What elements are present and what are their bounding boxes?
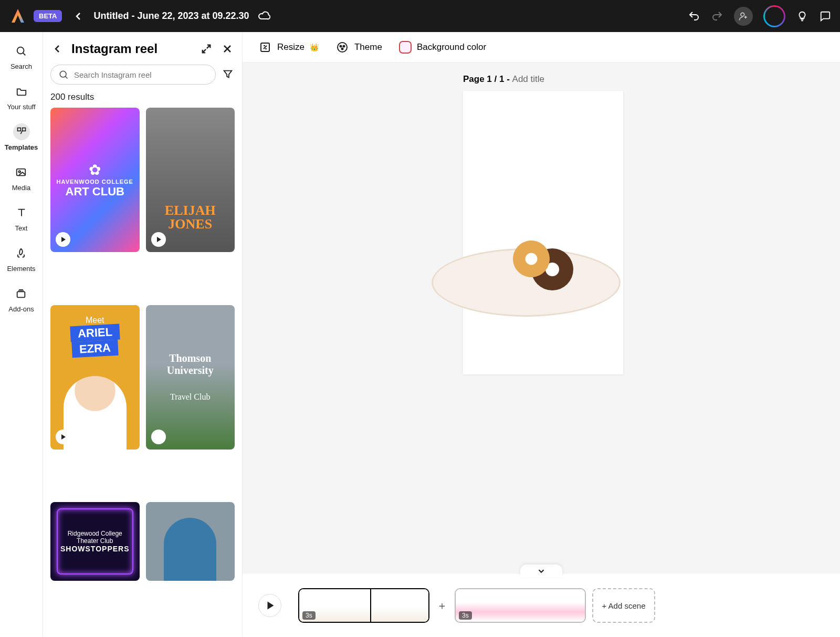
search-icon [13, 43, 29, 59]
text-icon [13, 204, 30, 221]
svg-rect-3 [22, 128, 25, 131]
template-grid: ✿ HAVENWOOD COLLEGE ART CLUB ELIJAH JONE… [50, 108, 235, 628]
playhead[interactable] [370, 588, 371, 623]
template-card[interactable]: ELIJAH JONES [146, 108, 235, 252]
filter-icon[interactable] [222, 68, 235, 81]
undo-icon[interactable] [688, 10, 700, 23]
clip-duration: 3s [459, 611, 472, 620]
templates-icon [13, 123, 30, 140]
timeline-toggle[interactable] [520, 565, 562, 577]
premium-crown-icon: 👑 [310, 43, 319, 51]
beta-badge: BETA [34, 10, 62, 22]
page-label[interactable]: Page 1 / 1 - Add title [463, 74, 840, 85]
svg-point-7 [60, 71, 66, 77]
rail-label: Search [10, 62, 32, 70]
svg-rect-4 [17, 169, 26, 176]
canvas-toolbar: Resize 👑 Theme Background color [243, 32, 840, 62]
clip-duration: 3s [302, 611, 316, 620]
redo-icon[interactable] [711, 10, 723, 23]
play-icon [151, 232, 166, 247]
svg-point-11 [343, 45, 344, 47]
results-count: 200 results [50, 92, 235, 102]
avatar[interactable] [763, 5, 785, 27]
templates-panel: Instagram reel 200 results ✿ HAVENWOOD C… [43, 32, 243, 637]
panel-title: Instagram reel [71, 41, 193, 56]
resize-button[interactable]: Resize 👑 [258, 40, 319, 54]
panel-back-icon[interactable] [50, 41, 65, 56]
timeline-clip[interactable]: 3s [455, 588, 586, 623]
svg-point-12 [341, 48, 343, 49]
rail-label: Elements [7, 265, 35, 273]
play-icon [56, 430, 70, 444]
premium-icon: ✦ [151, 430, 166, 444]
timeline-clip[interactable]: 3s [298, 588, 429, 623]
template-card[interactable]: Thomson University Travel Club ✦ [146, 305, 235, 450]
svg-rect-2 [17, 128, 20, 131]
svg-rect-6 [17, 291, 25, 297]
theme-icon [335, 40, 349, 54]
addons-icon [13, 285, 29, 302]
expand-icon[interactable] [199, 41, 214, 56]
template-card[interactable]: Ridgewood College Theater Club SHOWSTOPP… [50, 502, 140, 581]
svg-point-10 [340, 45, 341, 47]
rail-item-text[interactable]: Text [13, 204, 30, 232]
rail-item-search[interactable]: Search [10, 43, 32, 70]
lightbulb-icon[interactable] [796, 10, 808, 23]
media-icon [13, 164, 29, 181]
svg-point-5 [19, 171, 21, 173]
back-icon[interactable] [72, 10, 85, 23]
canvas-area: Resize 👑 Theme Background color Page 1 /… [243, 32, 840, 637]
rail-label: Add-ons [8, 305, 34, 313]
comment-icon[interactable] [819, 10, 832, 23]
resize-icon [258, 40, 272, 54]
search-input-wrapper[interactable] [50, 65, 216, 85]
elements-icon [13, 245, 29, 262]
left-rail: Search Your stuff Templates Media Text E… [0, 32, 43, 637]
app-logo-icon[interactable] [8, 7, 27, 26]
rail-item-elements[interactable]: Elements [7, 245, 35, 273]
app-header: BETA Untitled - June 22, 2023 at 09.22.3… [0, 0, 840, 32]
template-card[interactable] [146, 502, 235, 581]
play-button[interactable] [258, 594, 281, 617]
template-card[interactable]: Meet ARIEL EZRA [50, 305, 140, 450]
svg-point-9 [338, 43, 347, 52]
search-input[interactable] [74, 70, 208, 79]
close-icon[interactable] [220, 41, 235, 56]
invite-button[interactable] [734, 7, 753, 26]
rail-label: Media [12, 184, 30, 192]
svg-point-1 [17, 47, 24, 54]
theme-button[interactable]: Theme [335, 40, 382, 54]
color-swatch-icon [399, 41, 412, 54]
rail-item-media[interactable]: Media [12, 164, 30, 192]
template-card[interactable]: ✿ HAVENWOOD COLLEGE ART CLUB [50, 108, 140, 252]
svg-point-0 [741, 13, 744, 16]
document-title[interactable]: Untitled - June 22, 2023 at 09.22.30 [93, 11, 249, 22]
rail-item-addons[interactable]: Add-ons [8, 285, 34, 313]
add-scene-button[interactable]: + Add scene [592, 588, 655, 623]
rail-label: Text [15, 224, 28, 232]
rail-label: Templates [5, 143, 38, 151]
search-icon [58, 69, 69, 80]
folder-icon [13, 83, 30, 100]
rail-item-templates[interactable]: Templates [5, 123, 38, 151]
rail-label: Your stuff [7, 103, 35, 111]
play-icon [56, 232, 70, 247]
background-color-button[interactable]: Background color [399, 41, 486, 54]
page-canvas[interactable] [463, 91, 623, 374]
timeline: 3s ＋ 3s + Add scene [243, 574, 840, 637]
cloud-sync-icon[interactable] [258, 10, 270, 23]
add-clip-icon[interactable]: ＋ [436, 599, 448, 612]
rail-item-your-stuff[interactable]: Your stuff [7, 83, 35, 111]
